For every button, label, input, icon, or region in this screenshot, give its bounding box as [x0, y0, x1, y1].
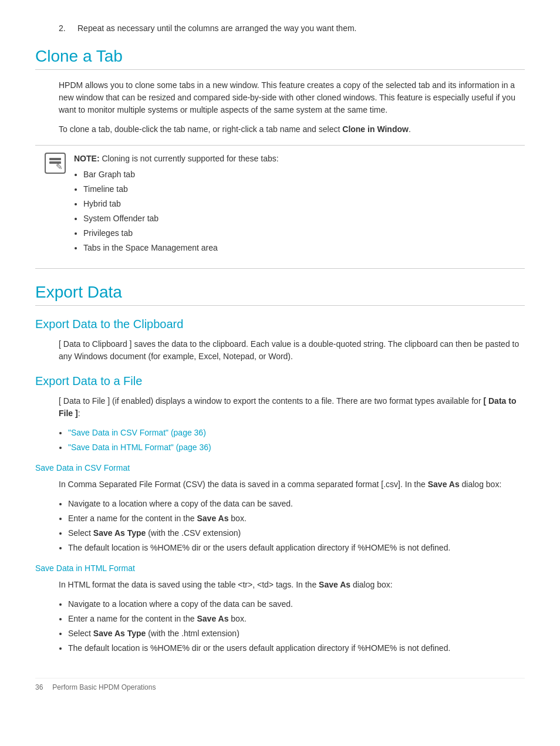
- html-body: In HTML format the data is saved using t…: [59, 579, 525, 591]
- csv-bullet-4: The default location is %HOME% dir or th…: [68, 542, 525, 554]
- numbered-item-2: 2. Repeat as necessary until the columns…: [59, 23, 525, 33]
- html-body-post: dialog box:: [350, 580, 393, 589]
- html-save-as-bold: Save As: [319, 580, 350, 589]
- note-box: NOTE: Cloning is not currently supported…: [35, 145, 525, 269]
- export-file-body-post: :: [78, 409, 80, 418]
- item-text: Repeat as necessary until the columns ar…: [77, 23, 356, 33]
- csv-bullet-3: Select Save As Type (with the .CSV exten…: [68, 527, 525, 539]
- csv-body: In Comma Separated File Format (CSV) the…: [59, 478, 525, 491]
- clone-tab-heading: Clone a Tab: [35, 47, 525, 70]
- html-bullet-2: Enter a name for the content in the Save…: [68, 613, 525, 625]
- footer-text: Perform Basic HPDM Operations: [52, 683, 156, 691]
- clone-in-window-bold: Clone in Window: [342, 124, 409, 134]
- html-format-heading: Save Data in HTML Format: [35, 563, 525, 573]
- note-text: Cloning is not currently supported for t…: [102, 154, 278, 163]
- csv-bullet-1: Navigate to a location where a copy of t…: [68, 498, 525, 510]
- note-bullet-5: Privileges tab: [83, 227, 515, 239]
- footer-page-number: 36: [35, 683, 43, 691]
- csv-format-heading: Save Data in CSV Format: [35, 463, 525, 472]
- clone-tab-body1: HPDM allows you to clone some tabs in a …: [59, 79, 525, 116]
- note-bullet-4: System Offender tab: [83, 212, 515, 225]
- html-body-pre: In HTML format the data is saved using t…: [59, 580, 319, 589]
- export-file-bullet-2: "Save Data in HTML Format" (page 36): [68, 441, 525, 454]
- note-bullets-list: Bar Graph tab Timeline tab Hybrid tab Sy…: [83, 168, 515, 254]
- html-format-link[interactable]: "Save Data in HTML Format" (page 36): [68, 443, 211, 452]
- csv-save-as-bold: Save As: [428, 480, 460, 489]
- export-file-bullets: "Save Data in CSV Format" (page 36) "Sav…: [68, 427, 525, 454]
- export-data-heading: Export Data: [35, 283, 525, 306]
- csv-bullet-2: Enter a name for the content in the Save…: [68, 512, 525, 525]
- html-bullet-4: The default location is %HOME% dir or th…: [68, 642, 525, 654]
- html-bullet-1: Navigate to a location where a copy of t…: [68, 598, 525, 610]
- html-bullet-3: Select Save As Type (with the .html exte…: [68, 627, 525, 640]
- export-clipboard-body: [ Data to Clipboard ] saves the data to …: [59, 338, 525, 363]
- export-file-heading: Export Data to a File: [35, 374, 525, 388]
- export-file-bullet-1: "Save Data in CSV Format" (page 36): [68, 427, 525, 439]
- csv-body-post: dialog box:: [460, 480, 502, 489]
- export-file-body-pre: [ Data to File ] (if enabled) displays a…: [59, 396, 483, 406]
- note-bullet-6: Tabs in the Space Management area: [83, 242, 515, 254]
- note-bullet-1: Bar Graph tab: [83, 168, 515, 181]
- export-file-body: [ Data to File ] (if enabled) displays a…: [59, 395, 525, 420]
- note-bullet-3: Hybrid tab: [83, 198, 515, 210]
- note-content: NOTE: Cloning is not currently supported…: [74, 153, 515, 261]
- page-footer: 36 Perform Basic HPDM Operations: [35, 678, 525, 691]
- note-bullet-2: Timeline tab: [83, 183, 515, 195]
- item-number: 2.: [59, 23, 70, 33]
- clone-tab-body2: To clone a tab, double-click the tab nam…: [59, 123, 525, 136]
- export-clipboard-heading: Export Data to the Clipboard: [35, 318, 525, 331]
- note-label: NOTE:: [74, 154, 100, 163]
- csv-body-pre: In Comma Separated File Format (CSV) the…: [59, 480, 428, 489]
- note-icon: [45, 153, 66, 174]
- html-bullets: Navigate to a location where a copy of t…: [68, 598, 525, 654]
- csv-bullets: Navigate to a location where a copy of t…: [68, 498, 525, 554]
- csv-format-link[interactable]: "Save Data in CSV Format" (page 36): [68, 428, 206, 437]
